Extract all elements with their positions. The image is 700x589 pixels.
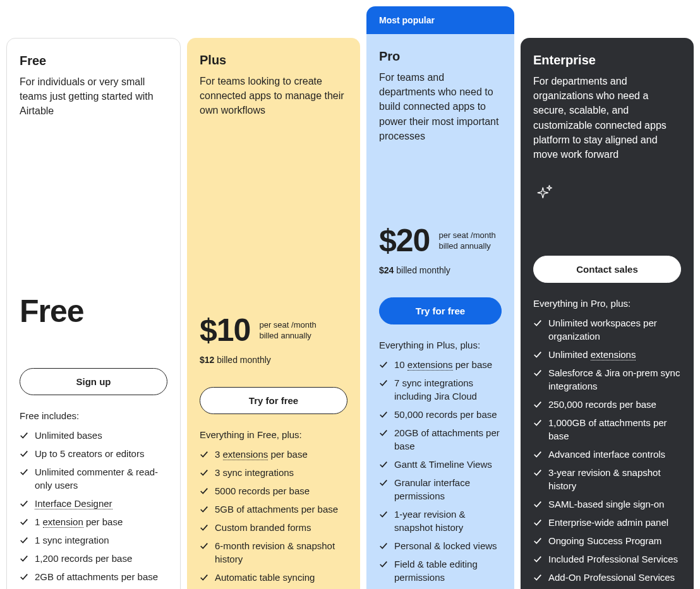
plan-description: For departments and organizations who ne… xyxy=(533,74,681,162)
feature-item: Unlimited bases xyxy=(20,429,167,442)
feature-text: Up to 5 creators or editors xyxy=(35,447,144,460)
check-icon xyxy=(20,499,28,508)
plan-description: For individuals or very small teams just… xyxy=(20,74,167,119)
glossary-term[interactable]: extensions xyxy=(223,449,269,460)
feature-item: 3 sync integrations xyxy=(200,466,347,479)
feature-item: 1 sync integration xyxy=(20,533,167,547)
feature-text: 3 sync integrations xyxy=(215,466,294,479)
feature-item: Granular interface permissions xyxy=(379,476,502,503)
feature-list: Unlimited workspaces per organizationUnl… xyxy=(533,316,681,589)
feature-item: 3 extensions per base xyxy=(200,448,347,461)
check-icon xyxy=(533,555,542,564)
feature-text: 1 extension per base xyxy=(35,515,123,528)
feature-item: Automatic table syncing xyxy=(200,571,347,584)
check-icon xyxy=(379,429,388,437)
feature-text: 1-year revision & snapshot history xyxy=(394,508,502,534)
check-icon xyxy=(379,379,388,388)
feature-text: 1 sync integration xyxy=(35,533,109,547)
feature-item: 6-month revision & snapshot history xyxy=(200,539,347,566)
feature-text: Field & table editing permissions xyxy=(394,557,502,584)
feature-text: 7 sync integrations including Jira Cloud xyxy=(394,376,502,403)
feature-text: 10 extensions per base xyxy=(394,358,492,371)
plan-name: Enterprise xyxy=(533,53,681,68)
check-icon xyxy=(20,536,28,545)
feature-text: 1,000GB of attachments per base xyxy=(548,416,681,443)
feature-item: 20GB of attachments per base xyxy=(379,426,502,453)
price-amount: $20 xyxy=(379,225,430,256)
check-icon xyxy=(379,479,388,487)
popular-badge: Most popular xyxy=(366,6,514,34)
price-unit: per seat /month billed annually xyxy=(259,319,316,342)
feature-item: Interface Designer xyxy=(20,497,167,510)
check-icon xyxy=(200,573,208,582)
check-icon xyxy=(379,542,388,550)
plan-name: Free xyxy=(20,54,167,68)
feature-item: 1 extension per base xyxy=(20,515,167,528)
glossary-term[interactable]: extension xyxy=(43,516,83,528)
feature-item: Gantt & Timeline Views xyxy=(379,458,502,471)
feature-text: Advanced interface controls xyxy=(548,448,665,461)
price-block: $10 per seat /month billed annually $12 … xyxy=(200,302,347,374)
feature-text: 6-month revision & snapshot history xyxy=(215,539,347,566)
feature-text: 250,000 records per base xyxy=(548,398,656,411)
check-icon xyxy=(533,400,542,409)
feature-item: Unlimited workspaces per organization xyxy=(533,316,681,343)
feature-text: Add-On Professional Services xyxy=(548,571,675,584)
glossary-term[interactable]: Interface Designer xyxy=(35,498,112,509)
includes-heading: Everything in Plus, plus: xyxy=(379,340,502,350)
feature-text: Unlimited workspaces per organization xyxy=(548,316,681,343)
try-free-button[interactable]: Try for free xyxy=(379,297,502,324)
feature-item: Add-On Professional Services xyxy=(533,571,681,584)
check-icon xyxy=(200,523,208,532)
feature-item: Included Professional Services xyxy=(533,552,681,566)
feature-text: 1,200 records per base xyxy=(35,552,132,565)
check-icon xyxy=(533,518,542,527)
feature-text: Personal & locked views xyxy=(394,539,497,552)
plan-name: Plus xyxy=(200,53,347,68)
check-icon xyxy=(379,460,388,469)
price-block: Free xyxy=(20,283,167,355)
check-icon xyxy=(20,468,28,477)
check-icon xyxy=(200,468,208,477)
signup-button[interactable]: Sign up xyxy=(20,368,167,395)
check-icon xyxy=(20,431,28,440)
check-icon xyxy=(379,360,388,369)
feature-text: 5000 records per base xyxy=(215,484,310,497)
feature-text: Unlimited bases xyxy=(35,429,102,442)
check-icon xyxy=(379,510,388,519)
price-amount: Free xyxy=(20,295,167,327)
try-free-button[interactable]: Try for free xyxy=(200,387,347,414)
price-alt: $12 billed monthly xyxy=(200,355,347,365)
plan-name: Pro xyxy=(379,49,502,64)
includes-heading: Everything in Pro, plus: xyxy=(533,298,681,309)
feature-text: 3 extensions per base xyxy=(215,448,308,461)
feature-list: 3 extensions per base3 sync integrations… xyxy=(200,448,347,589)
check-icon xyxy=(200,542,208,550)
check-icon xyxy=(20,573,28,581)
feature-item: Personal & locked views xyxy=(379,539,502,552)
check-icon xyxy=(533,468,542,477)
feature-text: Interface Designer xyxy=(35,497,112,510)
check-icon xyxy=(533,319,542,328)
feature-text: Custom branded forms xyxy=(215,521,311,534)
check-icon xyxy=(533,450,542,459)
plan-card-plus: Plus For teams looking to create connect… xyxy=(187,38,360,589)
check-icon xyxy=(533,350,542,359)
feature-text: Enterprise-wide admin panel xyxy=(548,516,668,529)
feature-text: Salesforce & Jira on-prem sync integrati… xyxy=(548,366,681,393)
plan-card-enterprise: Enterprise For departments and organizat… xyxy=(521,38,694,589)
feature-text: SAML-based single sign-on xyxy=(548,497,664,511)
feature-item: SAML-based single sign-on xyxy=(533,497,681,511)
plan-description: For teams looking to create connected ap… xyxy=(200,74,347,118)
feature-text: Included Professional Services xyxy=(548,552,678,566)
price-block xyxy=(533,170,681,243)
glossary-term[interactable]: extensions xyxy=(591,349,636,360)
check-icon xyxy=(200,505,208,514)
check-icon xyxy=(533,537,542,545)
feature-item: Salesforce & Jira on-prem sync integrati… xyxy=(533,366,681,393)
check-icon xyxy=(533,573,542,582)
glossary-term[interactable]: extensions xyxy=(407,359,453,371)
includes-heading: Free includes: xyxy=(20,410,167,421)
contact-sales-button[interactable]: Contact sales xyxy=(533,256,681,283)
price-amount: $10 xyxy=(200,314,250,346)
